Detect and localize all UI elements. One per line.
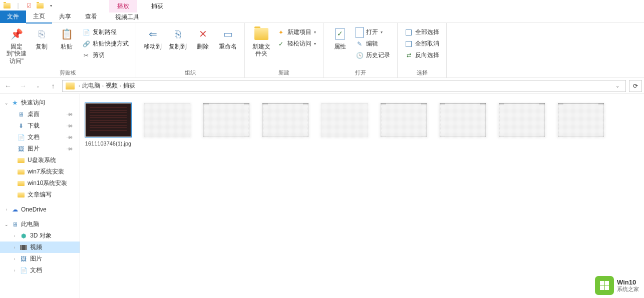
chevron-right-icon: › xyxy=(4,207,9,212)
file-item[interactable] xyxy=(261,103,309,147)
breadcrumb[interactable]: › 此电脑 › 视频 › 捕获 ⌄ xyxy=(62,80,626,92)
file-item[interactable] xyxy=(320,103,369,147)
invert-label: 反向选择 xyxy=(415,51,439,60)
sidebar-onedrive[interactable]: ›☁OneDrive xyxy=(0,204,80,214)
onedrive-label: OneDrive xyxy=(21,206,47,213)
select-none-icon xyxy=(405,40,413,48)
tab-file[interactable]: 文件 xyxy=(0,10,26,23)
sidebar-item-folder[interactable]: U盘装系统 xyxy=(0,154,80,166)
move-to-label: 移动到 xyxy=(144,43,162,50)
select-none-button[interactable]: 全部取消 xyxy=(403,38,441,49)
history-dropdown[interactable]: ⌄ xyxy=(32,80,44,92)
properties-qat-icon[interactable]: ☑ xyxy=(24,1,34,10)
sidebar-item-desktop[interactable]: 🖥桌面 xyxy=(0,108,80,120)
file-item[interactable] xyxy=(380,103,428,147)
edit-icon: ✎ xyxy=(356,40,364,48)
delete-icon: ✕ xyxy=(196,27,210,41)
picture-icon: 🖼 xyxy=(17,146,25,152)
videos-label: 视频 xyxy=(30,243,42,252)
folder-label: win7系统安装 xyxy=(28,168,64,176)
ribbon: 📌 固定到"快速访问" ⎘ 复制 📋 粘贴 📄复制路径 🔗粘贴快捷方式 ✂剪切 … xyxy=(0,23,644,78)
move-to-button[interactable]: ⇐移动到 xyxy=(141,25,164,52)
sidebar-this-pc[interactable]: ⌄🖥此电脑 xyxy=(0,218,80,230)
document-icon: 📄 xyxy=(17,134,25,141)
sidebar-item-documents[interactable]: 📄文档 xyxy=(0,132,80,143)
file-grid[interactable]: 1611103746(1).jpg xyxy=(80,94,644,298)
select-all-button[interactable]: 全部选择 xyxy=(403,27,441,38)
sidebar-quick-access[interactable]: ⌄★快速访问 xyxy=(0,97,80,108)
rename-button[interactable]: ▭重命名 xyxy=(216,25,239,52)
pin-label: 固定到"快速访问" xyxy=(6,43,27,64)
redacted-label xyxy=(498,103,546,138)
chevron-down-icon: ▾ xyxy=(381,30,383,34)
history-button[interactable]: 🕓历史记录 xyxy=(354,50,392,60)
sidebar-item-3d[interactable]: ›⬢3D 对象 xyxy=(0,230,80,242)
copy-to-button[interactable]: ⎘复制到 xyxy=(166,25,189,52)
breadcrumb-videos[interactable]: 视频 xyxy=(106,82,118,90)
desktop-label: 桌面 xyxy=(28,110,40,118)
copy-path-button[interactable]: 📄复制路径 xyxy=(80,27,131,38)
new-item-button[interactable]: ✦新建项目 ▾ xyxy=(275,27,318,38)
sidebar-item-videos[interactable]: ›视频 xyxy=(0,242,80,253)
paste-icon: 📋 xyxy=(60,27,74,41)
delete-button[interactable]: ✕删除 xyxy=(191,25,214,52)
pictures-label: 图片 xyxy=(28,144,40,153)
redacted-label xyxy=(320,103,369,138)
forward-button[interactable]: → xyxy=(17,80,29,92)
back-button[interactable]: ← xyxy=(2,80,14,92)
copy-to-label: 复制到 xyxy=(169,43,187,50)
easy-access-button[interactable]: ✓轻松访问 ▾ xyxy=(275,38,318,49)
quick-access-label: 快速访问 xyxy=(21,98,45,107)
sidebar-item-folder[interactable]: win10系统安装 xyxy=(0,178,80,189)
file-item[interactable] xyxy=(557,103,605,147)
file-item[interactable] xyxy=(202,103,250,147)
redacted-label xyxy=(439,103,487,138)
breadcrumb-sep: › xyxy=(79,84,80,88)
open-button[interactable]: 打开 ▾ xyxy=(354,27,392,38)
tab-video-tools[interactable]: 视频工具 xyxy=(109,11,145,24)
qat-dropdown-icon[interactable]: ▾ xyxy=(46,1,56,10)
cut-button[interactable]: ✂剪切 xyxy=(80,50,131,60)
copy-icon: ⎘ xyxy=(35,27,49,41)
download-icon: ⬇ xyxy=(17,122,25,130)
pin-quick-access-button[interactable]: 📌 固定到"快速访问" xyxy=(5,25,28,66)
edit-button[interactable]: ✎编辑 xyxy=(354,38,392,49)
paste-button[interactable]: 📋 粘贴 xyxy=(55,25,78,66)
sidebar-item-pictures2[interactable]: ›🖼图片 xyxy=(0,253,80,264)
folder-qat-icon[interactable] xyxy=(35,1,45,10)
sidebar-item-downloads[interactable]: ⬇下载 xyxy=(0,120,80,132)
new-folder-label: 新建文件夹 xyxy=(251,43,272,58)
file-item[interactable] xyxy=(498,103,546,147)
open-label: 打开 xyxy=(366,28,378,36)
copy-button[interactable]: ⎘ 复制 xyxy=(30,25,53,66)
documents2-label: 文档 xyxy=(30,266,42,274)
file-item[interactable] xyxy=(143,103,191,147)
paste-shortcut-button[interactable]: 🔗粘贴快捷方式 xyxy=(80,38,131,49)
tab-share[interactable]: 共享 xyxy=(52,10,78,23)
breadcrumb-dropdown[interactable]: ⌄ xyxy=(612,83,622,88)
easy-access-label: 轻松访问 xyxy=(287,40,311,48)
properties-button[interactable]: 属性 xyxy=(329,25,352,60)
file-item[interactable] xyxy=(439,103,487,147)
sidebar-item-pictures[interactable]: 🖼图片 xyxy=(0,143,80,154)
breadcrumb-captures[interactable]: 捕获 xyxy=(123,82,135,90)
tab-home[interactable]: 主页 xyxy=(26,10,52,24)
nav-bar: ← → ⌄ ↑ › 此电脑 › 视频 › 捕获 ⌄ ⟳ xyxy=(0,78,644,94)
refresh-icon: ⟳ xyxy=(633,82,638,90)
breadcrumb-this-pc[interactable]: 此电脑 xyxy=(82,82,100,90)
sidebar-item-documents2[interactable]: ›📄文档 xyxy=(0,264,80,276)
refresh-button[interactable]: ⟳ xyxy=(629,80,642,92)
documents-label: 文档 xyxy=(28,133,40,142)
open-icon xyxy=(356,28,364,36)
up-button[interactable]: ↑ xyxy=(47,80,59,92)
document-icon: 📄 xyxy=(20,267,28,274)
cloud-icon: ☁ xyxy=(11,206,19,213)
sidebar-item-folder[interactable]: 文章编写 xyxy=(0,189,80,200)
sidebar-item-folder[interactable]: win7系统安装 xyxy=(0,166,80,178)
tab-view[interactable]: 查看 xyxy=(78,10,104,23)
new-folder-button[interactable]: 新建文件夹 xyxy=(250,25,273,60)
file-item[interactable]: 1611103746(1).jpg xyxy=(84,103,132,147)
file-name-label: 1611103746(1).jpg xyxy=(81,140,136,147)
copy-to-icon: ⎘ xyxy=(171,27,185,41)
invert-selection-button[interactable]: ⇄反向选择 xyxy=(403,50,441,60)
